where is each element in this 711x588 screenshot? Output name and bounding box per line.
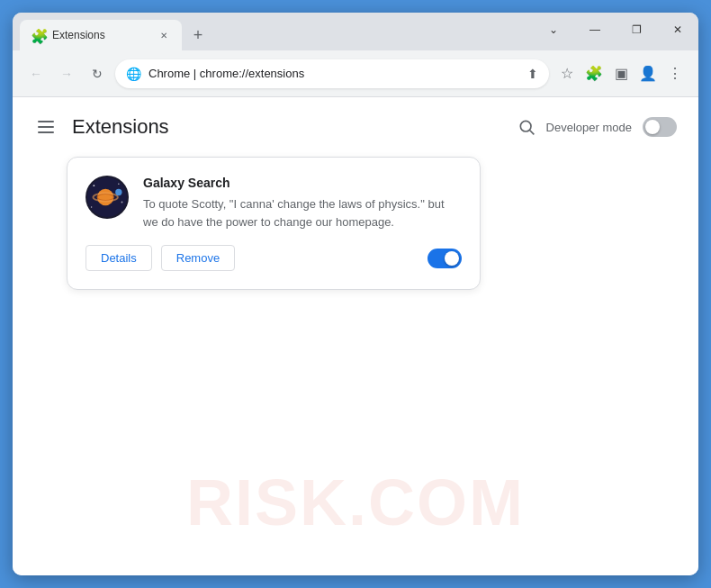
title-bar: 🧩 Extensions ✕ + ⌄ — ❐ ✕ — [13, 13, 698, 50]
extension-actions: Details Remove — [86, 245, 462, 271]
tab-close-button[interactable]: ✕ — [157, 28, 171, 42]
svg-point-4 — [118, 184, 119, 185]
forward-button[interactable]: → — [54, 61, 79, 86]
svg-point-0 — [520, 121, 531, 131]
browser-window: 🧩 Extensions ✕ + ⌄ — ❐ ✕ ← → ↻ 🌐 Chrome … — [13, 13, 698, 575]
extensions-header: Extensions Developer mode — [13, 97, 698, 149]
tab-title: Extensions — [52, 29, 149, 41]
extensions-button[interactable]: 🧩 — [581, 61, 607, 86]
active-tab[interactable]: 🧩 Extensions ✕ — [20, 20, 182, 50]
minimize-button[interactable]: — — [574, 13, 616, 47]
secure-icon: 🌐 — [126, 67, 141, 81]
hamburger-menu-button[interactable] — [34, 117, 58, 137]
sidebar-button[interactable]: ▣ — [608, 61, 634, 86]
toolbar-icons: ☆ 🧩 ▣ 👤 ⋮ — [554, 61, 688, 86]
tab-extension-icon: 🧩 — [31, 28, 45, 42]
reload-button[interactable]: ↻ — [85, 61, 110, 86]
share-icon[interactable]: ⬆ — [527, 67, 538, 81]
extension-info: Galaxy Search To quote Scotty, "I canna'… — [143, 176, 462, 231]
hamburger-line — [38, 131, 54, 133]
url-bar[interactable]: 🌐 Chrome | chrome://extensions ⬆ — [115, 59, 549, 88]
bookmark-button[interactable]: ☆ — [554, 61, 580, 86]
chevron-down-icon[interactable]: ⌄ — [533, 13, 574, 47]
toggle-thumb — [645, 120, 660, 134]
svg-point-5 — [122, 202, 123, 204]
back-button[interactable]: ← — [23, 61, 49, 86]
extension-top: Galaxy Search To quote Scotty, "I canna'… — [86, 176, 462, 231]
svg-point-6 — [91, 206, 92, 207]
maximize-button[interactable]: ❐ — [616, 13, 657, 47]
menu-button[interactable]: ⋮ — [662, 61, 688, 86]
remove-button[interactable]: Remove — [161, 245, 235, 271]
toggle-thumb-on — [445, 251, 459, 266]
close-button[interactable]: ✕ — [657, 13, 698, 47]
svg-point-3 — [93, 185, 94, 186]
developer-mode-toggle[interactable] — [643, 117, 677, 137]
extension-enable-toggle[interactable] — [428, 249, 462, 268]
extension-name: Galaxy Search — [143, 176, 462, 190]
page-content: Extensions Developer mode RISK.COM — [13, 97, 698, 575]
svg-line-1 — [529, 131, 534, 135]
developer-mode-label: Developer mode — [546, 121, 632, 134]
extension-card: Galaxy Search To quote Scotty, "I canna'… — [67, 157, 481, 290]
hamburger-line — [38, 121, 54, 122]
hamburger-line — [38, 126, 54, 128]
profile-button[interactable]: 👤 — [635, 61, 661, 86]
header-left: Extensions — [34, 115, 169, 139]
svg-point-10 — [115, 189, 122, 195]
page-title: Extensions — [72, 115, 169, 139]
svg-point-7 — [97, 189, 113, 205]
url-brand: Chrome | chrome://extensions — [148, 67, 520, 80]
header-right: Developer mode — [518, 117, 677, 137]
new-tab-button[interactable]: + — [185, 23, 211, 48]
address-bar: ← → ↻ 🌐 Chrome | chrome://extensions ⬆ ☆… — [13, 50, 698, 97]
extensions-list: Galaxy Search To quote Scotty, "I canna'… — [13, 149, 698, 297]
details-button[interactable]: Details — [86, 245, 152, 271]
extension-description: To quote Scotty, "I canna' change the la… — [143, 195, 462, 231]
extension-icon — [86, 176, 129, 219]
watermark: RISK.COM — [186, 466, 525, 539]
window-controls: ⌄ — ❐ ✕ — [533, 13, 698, 47]
search-button[interactable] — [518, 118, 536, 136]
